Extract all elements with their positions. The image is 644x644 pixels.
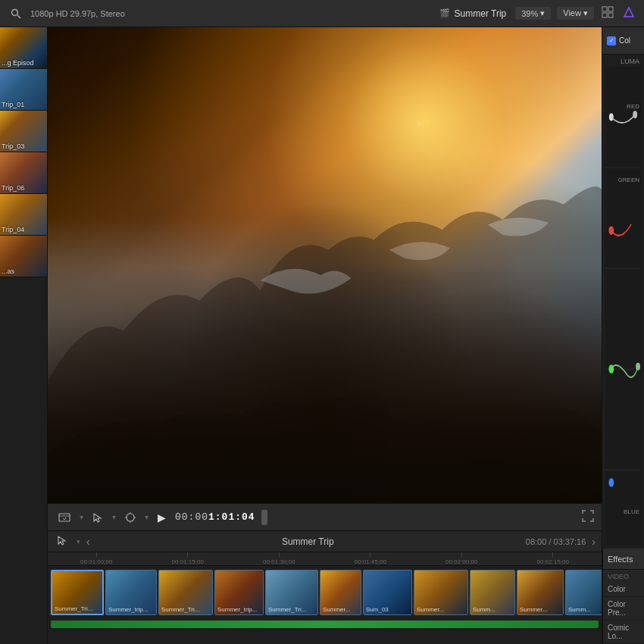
ruler-mark-6: 00:02:15;00 [508, 552, 599, 565]
clip-label-2: Trip_01 [2, 101, 24, 108]
right-panel: ✓ Col LUMA [602, 27, 644, 644]
color-board-checkbox[interactable]: ✓ [607, 36, 616, 45]
resolution-label: 1080p HD 29.97p, Stereo [30, 9, 125, 18]
effect-color[interactable]: Color [603, 582, 644, 597]
svg-line-1 [17, 15, 20, 18]
layout-grid-button[interactable] [600, 5, 615, 22]
timeline-select-tool[interactable] [54, 533, 70, 549]
clip-label-5: Trip_04 [2, 226, 24, 233]
svg-point-19 [636, 363, 640, 370]
color-curves-svg [605, 67, 641, 546]
effects-video-section: VIDEO [603, 570, 644, 582]
timeline-clip-11[interactable]: Summ... [565, 570, 602, 615]
timeline-clip-4[interactable]: Summer_trip... [214, 570, 264, 615]
svg-point-8 [414, 115, 426, 131]
ruler-mark-4: 00:01:45;00 [325, 552, 417, 565]
color-curve-area: RED GREEN BLUE [605, 67, 641, 546]
svg-point-0 [12, 9, 18, 15]
view-button[interactable]: View ▾ [557, 7, 594, 20]
timeline-project-name: Summer Trip [96, 536, 520, 547]
svg-point-15 [609, 114, 614, 121]
svg-rect-4 [602, 13, 607, 17]
clip-label-3: Trip_03 [2, 142, 24, 150]
clip-label-1: ...g Episod [2, 59, 34, 67]
video-track-row: Summer_Tri... Summer_trip... Summer_Tri.… [48, 566, 602, 619]
effect-comic-look[interactable]: Comic Lo... [603, 621, 644, 644]
green-channel-label: GREEN [618, 177, 639, 183]
transform-button[interactable] [122, 511, 139, 524]
svg-rect-2 [602, 7, 607, 11]
scene-svg-overlay [48, 27, 602, 503]
ruler-mark-1: 00:01:00;00 [51, 552, 142, 565]
toolbar-center: 🎬 Summer Trip [439, 8, 507, 19]
clip-item-6[interactable]: ...as [0, 236, 48, 277]
clip-item-5[interactable]: Trip_04 [0, 194, 48, 236]
timeline-header: ▾ ‹ Summer Trip 08:00 / 03:37:16 › [48, 531, 602, 552]
clip-item-4[interactable]: Trip_06 [0, 152, 48, 194]
audio-track-bar [51, 621, 599, 628]
timeline-area: ▾ ‹ Summer Trip 08:00 / 03:37:16 › 00:01… [48, 530, 602, 644]
timeline-ruler: 00:01:00;00 00:01:15;00 00:01:30;00 00:0… [48, 552, 602, 566]
timeline-prev-button[interactable]: ‹ [86, 536, 90, 548]
ruler-mark-5: 00:02:00;00 [416, 552, 508, 565]
toolbar-right: 39% ▾ View ▾ [515, 5, 636, 22]
project-icon: 🎬 [439, 8, 450, 18]
zoom-button[interactable]: 39% ▾ [515, 7, 551, 20]
ruler-tick-3 [279, 552, 280, 557]
frame-view-button[interactable] [55, 510, 73, 525]
clip-label-6: ...as [2, 267, 14, 275]
color-board-title: Col [619, 36, 630, 45]
ruler-tick-2 [187, 552, 188, 557]
timeline-tracks: Summer_Tri... Summer_trip... Summer_Tri.… [48, 566, 602, 644]
ruler-marks-container: 00:01:00;00 00:01:15;00 00:01:30;00 00:0… [48, 552, 602, 565]
clip-browser: ...g Episod Trip_01 Trip_03 Trip_06 Trip… [0, 27, 48, 644]
ruler-tick-6 [552, 552, 553, 557]
svg-point-20 [608, 478, 614, 487]
effects-header: Effects [603, 549, 644, 570]
play-button[interactable]: ▶ [155, 510, 169, 525]
blue-channel-label: BLUE [624, 508, 639, 515]
timeline-clip-7[interactable]: Sum_03 [363, 570, 412, 615]
timeline-duration: 08:00 / 03:37:16 [526, 537, 586, 546]
video-frame [48, 27, 602, 503]
ruler-tick-1 [96, 552, 97, 557]
timeline-clip-6[interactable]: Summer... [320, 570, 361, 615]
svg-rect-5 [608, 13, 613, 17]
svg-rect-3 [608, 7, 613, 11]
timeline-clip-2[interactable]: Summer_trip... [105, 570, 157, 615]
timeline-clip-3[interactable]: Summer_Tri... [158, 570, 213, 615]
ruler-tick-5 [461, 552, 462, 557]
search-button[interactable] [8, 7, 24, 20]
video-viewer [48, 27, 602, 503]
center-area: ▾ ▾ ▾ ▶ 00:001:01:04 [48, 27, 602, 644]
timeline-clip-1[interactable]: Summer_Tri... [51, 570, 104, 615]
main-content: ...g Episod Trip_01 Trip_03 Trip_06 Trip… [0, 27, 644, 644]
effects-panel: Effects VIDEO Color Color Pre... Comic L… [602, 549, 644, 644]
timeline-clip-8[interactable]: Summer... [414, 570, 468, 615]
clip-item-2[interactable]: Trip_01 [0, 69, 48, 111]
timeline-clip-9[interactable]: Summ... [470, 570, 515, 615]
toolbar-left: 1080p HD 29.97p, Stereo [8, 7, 430, 20]
project-title: Summer Trip [455, 8, 507, 19]
fullscreen-button[interactable] [582, 510, 594, 524]
svg-marker-6 [624, 8, 633, 17]
svg-point-16 [633, 111, 637, 118]
effect-color-preset[interactable]: Color Pre... [603, 597, 644, 621]
viewer-controls: ▾ ▾ ▾ ▶ 00:001:01:04 [48, 503, 602, 530]
timeline-clip-5[interactable]: Summer_Tri... [265, 570, 318, 615]
ruler-tick-4 [370, 552, 370, 557]
timeline-next-button[interactable]: › [592, 536, 596, 548]
select-tool-button[interactable] [89, 511, 106, 524]
waveform-button[interactable] [621, 5, 636, 22]
top-toolbar: 1080p HD 29.97p, Stereo 🎬 Summer Trip 39… [0, 0, 644, 27]
timeline-clip-10[interactable]: Summer... [517, 570, 564, 615]
clip-label-4: Trip_06 [2, 184, 24, 192]
luma-label: LUMA [605, 58, 641, 65]
color-board-header: ✓ Col [602, 27, 644, 55]
clip-item-1[interactable]: ...g Episod [0, 27, 48, 69]
ruler-mark-3: 00:01:30;00 [233, 552, 325, 565]
color-board-content: LUMA [602, 55, 644, 549]
playhead-position [261, 510, 267, 525]
clip-item-3[interactable]: Trip_03 [0, 111, 48, 152]
ruler-mark-2: 00:01:15;00 [142, 552, 234, 565]
